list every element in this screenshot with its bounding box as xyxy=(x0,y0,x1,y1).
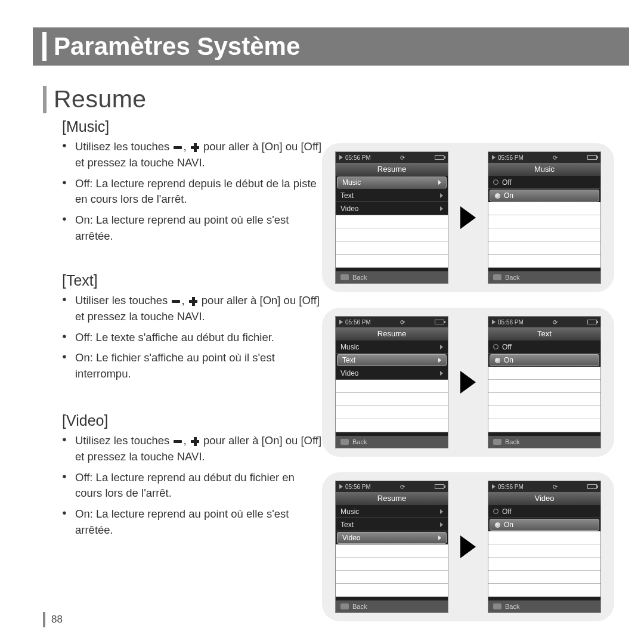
back-icon xyxy=(340,439,349,445)
footer-bar: Back xyxy=(336,271,448,283)
subsections: [Music] Utilisez les touches , pour alle… xyxy=(62,118,324,556)
menu-item-text[interactable]: Text xyxy=(337,354,447,366)
back-label: Back xyxy=(352,603,367,610)
option-on[interactable]: On xyxy=(490,519,599,531)
status-time: 05:56 PM xyxy=(345,484,371,490)
device-screen-resume: 05:56 PM ⟳ Resume Music Text Video Back xyxy=(335,316,448,448)
radio-icon xyxy=(495,358,500,363)
back-icon xyxy=(340,603,349,609)
back-icon xyxy=(340,274,349,280)
device-screen-text-options: 05:56 PM ⟳ Text Off On Back xyxy=(488,316,601,448)
radio-icon xyxy=(493,179,499,185)
empty-row xyxy=(488,419,600,432)
bullet: Off: Le texte s'affiche au début du fich… xyxy=(62,330,324,346)
option-on[interactable]: On xyxy=(490,190,599,202)
chevron-right-icon xyxy=(440,509,443,514)
minus-icon xyxy=(171,297,181,305)
back-icon xyxy=(493,603,501,609)
radio-icon xyxy=(495,522,500,528)
subsection-text: [Text] Utiliser les touches , pour aller… xyxy=(62,272,324,382)
device-screen-resume: 05:56 PM ⟳ Resume Music Text Video Back xyxy=(335,481,448,613)
chevron-right-icon xyxy=(440,371,443,376)
option-off[interactable]: Off xyxy=(488,505,600,518)
empty-row xyxy=(488,367,600,380)
status-time: 05:56 PM xyxy=(498,484,524,490)
footer-bar: Back xyxy=(488,436,600,448)
menu-item-music[interactable]: Music xyxy=(336,340,448,354)
play-icon xyxy=(339,155,343,160)
menu-item-text[interactable]: Text xyxy=(336,518,448,531)
empty-row xyxy=(488,558,600,571)
play-icon xyxy=(339,484,343,489)
empty-row xyxy=(336,215,448,228)
screen-title: Resume xyxy=(336,163,448,176)
empty-row xyxy=(336,242,448,255)
option-off[interactable]: Off xyxy=(488,176,600,189)
back-label: Back xyxy=(352,438,367,445)
play-icon xyxy=(492,155,496,160)
empty-row xyxy=(336,255,448,268)
back-icon xyxy=(493,274,501,280)
menu-item-video[interactable]: Video xyxy=(337,532,447,544)
page-accent xyxy=(43,612,45,627)
play-icon xyxy=(492,484,496,489)
bullet: On: La lecture reprend au point où elle … xyxy=(62,212,324,244)
screen-title: Resume xyxy=(336,492,448,505)
section-title-text: Resume xyxy=(54,85,147,113)
status-bar: 05:56 PM ⟳ xyxy=(336,152,448,163)
battery-icon xyxy=(587,484,597,489)
status-time: 05:56 PM xyxy=(498,319,524,326)
screenshot-group-music: 05:56 PM ⟳ Resume Music Text Video Back … xyxy=(322,143,614,292)
status-bar: 05:56 PM ⟳ xyxy=(336,317,448,327)
empty-row xyxy=(488,531,600,544)
header-title: Paramètres Système xyxy=(54,32,300,61)
radio-icon xyxy=(495,193,500,199)
menu-item-music[interactable]: Music xyxy=(336,505,448,518)
minus-icon xyxy=(172,437,183,445)
status-bar: 05:56 PM ⟳ xyxy=(488,152,600,163)
menu-item-text[interactable]: Text xyxy=(336,189,448,202)
footer-bar: Back xyxy=(336,600,448,612)
back-label: Back xyxy=(505,438,519,445)
plus-icon xyxy=(188,297,199,305)
menu-item-music[interactable]: Music xyxy=(337,177,447,188)
battery-icon xyxy=(435,155,444,160)
subsection-label: [Text] xyxy=(62,272,324,289)
bullet: Utilisez les touches , pour aller à [On]… xyxy=(62,433,324,465)
footer-bar: Back xyxy=(488,271,600,283)
radio-icon xyxy=(493,509,499,514)
device-screen-resume: 05:56 PM ⟳ Resume Music Text Video Back xyxy=(335,151,448,284)
empty-row xyxy=(488,544,600,558)
empty-row xyxy=(488,242,600,255)
chevron-right-icon xyxy=(438,358,441,363)
option-on[interactable]: On xyxy=(490,354,599,366)
screen-title: Resume xyxy=(336,327,448,340)
battery-icon xyxy=(435,484,444,489)
device-screen-music-options: 05:56 PM ⟳ Music Off On Back xyxy=(488,151,601,284)
section-accent xyxy=(43,86,47,113)
chevron-right-icon xyxy=(440,522,443,527)
status-bar: 05:56 PM ⟳ xyxy=(488,317,600,327)
empty-row xyxy=(488,215,600,228)
empty-row xyxy=(336,380,448,393)
footer-bar: Back xyxy=(336,436,448,448)
empty-row xyxy=(488,393,600,406)
battery-icon xyxy=(435,320,444,324)
screen-title: Music xyxy=(488,163,600,176)
arrow-right-icon xyxy=(460,371,476,394)
empty-row xyxy=(488,406,600,419)
back-label: Back xyxy=(505,274,519,281)
header-bar: Paramètres Système xyxy=(33,27,629,66)
chevron-right-icon xyxy=(440,193,443,198)
screen-title: Video xyxy=(488,492,600,505)
bullet: On: La lecture reprend au point où elle … xyxy=(62,506,324,538)
footer-bar: Back xyxy=(488,600,600,612)
option-off[interactable]: Off xyxy=(488,340,600,354)
menu-item-video[interactable]: Video xyxy=(336,367,448,380)
status-bar: 05:56 PM ⟳ xyxy=(488,481,600,492)
status-time: 05:56 PM xyxy=(345,319,371,326)
minus-icon xyxy=(172,143,183,151)
empty-row xyxy=(488,380,600,393)
menu-item-video[interactable]: Video xyxy=(336,202,448,215)
empty-row xyxy=(336,584,448,597)
